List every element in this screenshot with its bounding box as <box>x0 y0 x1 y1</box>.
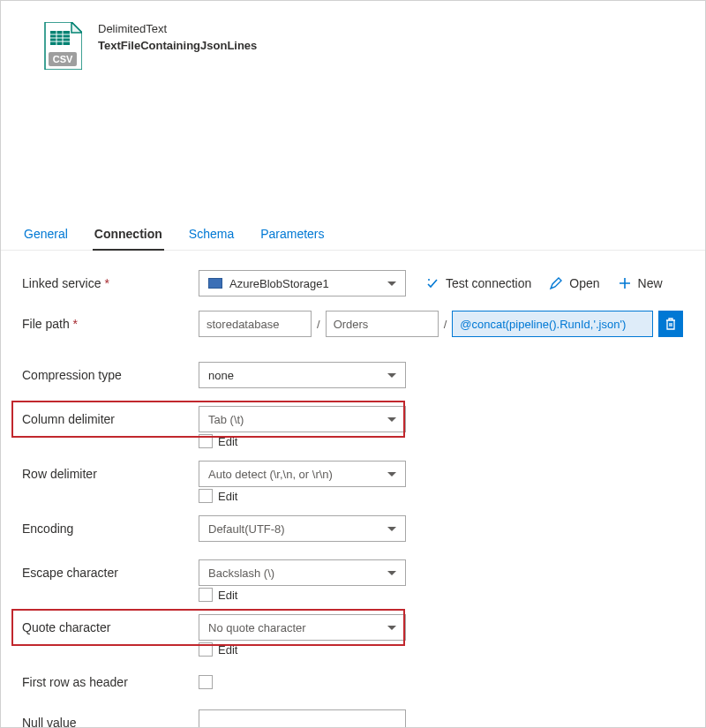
row-null-value: Null value <box>22 709 684 728</box>
quote-character-select[interactable]: No quote character <box>199 614 406 641</box>
escape-character-label: Escape character <box>22 566 199 580</box>
row-delimiter-edit-checkbox[interactable] <box>199 489 213 503</box>
chevron-down-icon <box>387 373 396 378</box>
edit-label: Edit <box>218 435 237 448</box>
test-connection-icon <box>425 276 439 290</box>
compression-type-label: Compression type <box>22 368 199 382</box>
row-row-delimiter: Row delimiter Auto detect (\r,\n, or \r\… <box>22 461 684 487</box>
delete-expression-button[interactable] <box>658 311 683 337</box>
tab-general[interactable]: General <box>22 220 70 250</box>
row-encoding: Encoding Default(UTF-8) <box>22 515 684 542</box>
svg-point-8 <box>428 279 430 281</box>
tab-connection[interactable]: Connection <box>93 220 164 250</box>
path-separator: / <box>317 318 320 331</box>
encoding-label: Encoding <box>22 522 199 536</box>
chevron-down-icon <box>387 472 396 477</box>
row-column-delimiter: Column delimiter Tab (\t) <box>22 406 684 432</box>
row-file-path: File path * / / <box>22 311 684 337</box>
chevron-down-icon <box>387 281 396 286</box>
tab-schema[interactable]: Schema <box>187 220 236 250</box>
chevron-down-icon <box>387 571 396 575</box>
compression-type-select[interactable]: none <box>199 362 406 388</box>
row-delimiter-select[interactable]: Auto detect (\r,\n, or \r\n) <box>199 461 406 487</box>
null-value-input[interactable] <box>199 709 406 728</box>
dataset-type-label: DelimitedText <box>98 22 257 35</box>
linked-service-select[interactable]: AzureBlobStorage1 <box>199 270 406 296</box>
edit-label: Edit <box>218 643 237 657</box>
chevron-down-icon <box>387 417 396 422</box>
linked-service-label: Linked service * <box>22 276 199 290</box>
row-delimiter-label: Row delimiter <box>22 467 199 481</box>
quote-character-edit-checkbox[interactable] <box>199 642 213 657</box>
tabs-bar: General Connection Schema Parameters <box>1 220 705 251</box>
dataset-header: CSV DelimitedText TextFileContainingJson… <box>1 1 705 79</box>
row-escape-character: Escape character Backslash (\) <box>22 559 684 586</box>
pencil-icon <box>549 276 563 290</box>
first-row-header-label: First row as header <box>22 675 199 689</box>
connection-form: Linked service * AzureBlobStorage1 Test … <box>1 251 705 728</box>
first-row-header-checkbox[interactable] <box>199 675 213 689</box>
row-first-row-header: First row as header <box>22 669 684 695</box>
edit-label: Edit <box>218 589 237 602</box>
escape-character-select[interactable]: Backslash (\) <box>199 559 406 586</box>
chevron-down-icon <box>387 527 396 531</box>
escape-character-edit-row: Edit <box>199 588 684 602</box>
trash-icon <box>665 317 677 331</box>
row-delimiter-edit-row: Edit <box>199 489 684 503</box>
storage-icon <box>208 278 222 289</box>
row-quote-character: Quote character No quote character <box>22 614 684 641</box>
escape-character-edit-checkbox[interactable] <box>199 588 213 602</box>
encoding-select[interactable]: Default(UTF-8) <box>199 515 406 542</box>
csv-file-icon: CSV <box>43 22 82 70</box>
file-path-directory-input[interactable] <box>326 311 439 337</box>
open-button[interactable]: Open <box>549 276 599 290</box>
file-path-container-input[interactable] <box>199 311 312 337</box>
column-delimiter-edit-checkbox[interactable] <box>199 434 213 448</box>
path-separator: / <box>444 318 447 331</box>
dataset-name: TextFileContainingJsonLines <box>98 39 257 52</box>
title-block: DelimitedText TextFileContainingJsonLine… <box>98 22 257 52</box>
new-button[interactable]: New <box>618 276 663 290</box>
test-connection-button[interactable]: Test connection <box>425 276 531 290</box>
row-linked-service: Linked service * AzureBlobStorage1 Test … <box>22 270 684 296</box>
column-delimiter-label: Column delimiter <box>22 412 199 426</box>
tab-parameters[interactable]: Parameters <box>259 220 326 250</box>
chevron-down-icon <box>387 626 396 630</box>
column-delimiter-select[interactable]: Tab (\t) <box>199 406 406 432</box>
null-value-label: Null value <box>22 716 199 728</box>
file-path-filename-expression[interactable] <box>452 311 653 337</box>
edit-label: Edit <box>218 490 237 503</box>
row-compression-type: Compression type none <box>22 362 684 388</box>
file-path-label: File path * <box>22 317 199 331</box>
quote-character-label: Quote character <box>22 620 199 634</box>
column-delimiter-edit-row: Edit <box>199 434 684 448</box>
plus-icon <box>618 276 632 290</box>
svg-text:CSV: CSV <box>53 54 73 64</box>
quote-character-edit-row: Edit <box>199 642 684 657</box>
